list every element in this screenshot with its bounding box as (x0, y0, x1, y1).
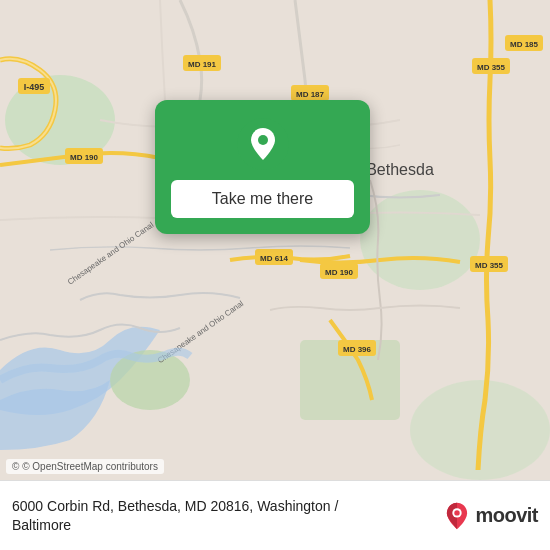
svg-text:MD 355: MD 355 (475, 261, 504, 270)
copyright-symbol: © (12, 461, 19, 472)
svg-text:MD 396: MD 396 (343, 345, 372, 354)
svg-text:MD 190: MD 190 (70, 153, 99, 162)
moovit-logo: moovit (443, 502, 538, 530)
take-me-there-button[interactable]: Take me there (171, 180, 354, 218)
moovit-brand-text: moovit (475, 504, 538, 527)
svg-text:MD 191: MD 191 (188, 60, 217, 69)
osm-credit-text: © OpenStreetMap contributors (22, 461, 158, 472)
svg-text:MD 355: MD 355 (477, 63, 506, 72)
location-card: Take me there (155, 100, 370, 234)
location-pin-icon (237, 118, 289, 170)
map-container: I-495 MD 190 MD 191 MD 187 MD 355 MD 355… (0, 0, 550, 480)
svg-point-32 (455, 510, 460, 515)
info-bar: 6000 Corbin Rd, Bethesda, MD 20816, Wash… (0, 480, 550, 550)
address-text: 6000 Corbin Rd, Bethesda, MD 20816, Wash… (12, 497, 433, 535)
svg-text:MD 614: MD 614 (260, 254, 289, 263)
map-svg: I-495 MD 190 MD 191 MD 187 MD 355 MD 355… (0, 0, 550, 480)
svg-text:MD 190: MD 190 (325, 268, 354, 277)
svg-text:MD 187: MD 187 (296, 90, 325, 99)
svg-point-30 (258, 135, 268, 145)
svg-text:Bethesda: Bethesda (366, 161, 434, 178)
osm-credit: © © OpenStreetMap contributors (6, 459, 164, 474)
svg-text:MD 185: MD 185 (510, 40, 539, 49)
moovit-pin-icon (443, 502, 471, 530)
svg-text:I-495: I-495 (24, 82, 45, 92)
address-label: 6000 Corbin Rd, Bethesda, MD 20816, Wash… (12, 498, 338, 533)
